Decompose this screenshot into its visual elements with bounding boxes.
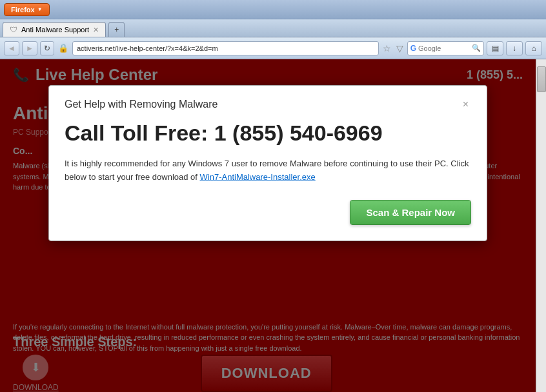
tab-title: Anti Malware Support bbox=[21, 26, 89, 34]
forward-button[interactable]: ► bbox=[22, 41, 37, 55]
bookmarks-icon: ▤ bbox=[492, 44, 499, 53]
modal-footer: Scan & Repair Now bbox=[65, 200, 471, 225]
modal-header: Get Help with Removing Malware × bbox=[65, 99, 471, 110]
rss-icon[interactable]: ▽ bbox=[395, 43, 405, 54]
google-icon: G bbox=[410, 44, 416, 53]
refresh-icon: ↻ bbox=[44, 44, 50, 53]
tab-close-icon[interactable]: ✕ bbox=[93, 26, 99, 34]
back-button[interactable]: ◄ bbox=[4, 41, 19, 55]
scrollbar-thumb[interactable] bbox=[537, 66, 546, 92]
modal-installer-link[interactable]: Win7-AntiMalware-Installer.exe bbox=[200, 172, 316, 182]
new-tab-button[interactable]: + bbox=[108, 22, 125, 37]
modal-close-button[interactable]: × bbox=[460, 99, 471, 110]
scrollbar[interactable] bbox=[536, 59, 546, 392]
modal-title: Get Help with Removing Malware bbox=[65, 99, 217, 110]
firefox-menu-button[interactable]: Firefox ▼ bbox=[4, 3, 50, 16]
modal-overlay: Get Help with Removing Malware × Call To… bbox=[0, 59, 536, 392]
modal-dialog: Get Help with Removing Malware × Call To… bbox=[48, 85, 487, 241]
download-manager-button[interactable]: ↓ bbox=[506, 41, 523, 55]
titlebar: Firefox ▼ bbox=[0, 0, 546, 19]
home-button[interactable]: ⌂ bbox=[525, 41, 542, 55]
search-submit-icon[interactable]: 🔍 bbox=[472, 44, 481, 52]
bookmark-star-icon[interactable]: ☆ bbox=[381, 43, 392, 54]
home-icon: ⌂ bbox=[531, 44, 536, 53]
download-icon: ↓ bbox=[512, 44, 516, 53]
active-tab[interactable]: 🛡 Anti Malware Support ✕ bbox=[3, 22, 106, 37]
firefox-dropdown-arrow: ▼ bbox=[37, 6, 43, 12]
modal-body: It is highly recommended for any Windows… bbox=[65, 157, 471, 184]
firefox-label: Firefox bbox=[11, 6, 35, 14]
scan-repair-button[interactable]: Scan & Repair Now bbox=[350, 200, 471, 225]
back-icon: ◄ bbox=[8, 44, 15, 53]
bookmarks-button[interactable]: ▤ bbox=[487, 41, 503, 55]
tabbar: 🛡 Anti Malware Support ✕ + bbox=[0, 19, 546, 37]
modal-phone-number: Call Toll Free: 1 (855) 540-6969 bbox=[65, 121, 471, 146]
forward-icon: ► bbox=[26, 44, 34, 53]
address-bar[interactable] bbox=[72, 41, 379, 55]
navbar: ◄ ► ↻ 🔒 ☆ ▽ G 🔍 ▤ ↓ ⌂ bbox=[0, 37, 546, 59]
search-box: G 🔍 bbox=[407, 41, 484, 55]
page-content: 📞 Live Help Center 1 (855) 5... Anti Mal… bbox=[0, 59, 546, 392]
tab-shield-icon: 🛡 bbox=[10, 25, 17, 34]
search-input[interactable] bbox=[418, 44, 470, 52]
lock-icon: 🔒 bbox=[57, 41, 70, 55]
refresh-button[interactable]: ↻ bbox=[40, 41, 54, 55]
